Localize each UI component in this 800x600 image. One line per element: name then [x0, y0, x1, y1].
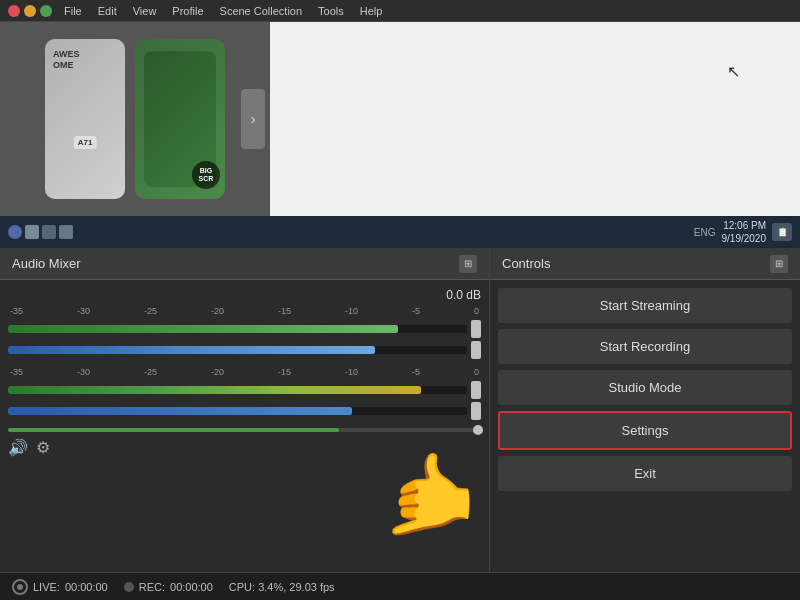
meter-scale-bottom: -35 -30 -25 -20 -15 -10 -5 0 — [8, 367, 481, 377]
rec-time: 00:00:00 — [170, 581, 213, 593]
audio-gear-icon[interactable]: ⚙ — [36, 438, 50, 457]
menu-help[interactable]: Help — [356, 3, 387, 19]
taskbar: ENG 12:06 PM 9/19/2020 📋 — [0, 216, 800, 248]
meter-row-4 — [8, 402, 481, 420]
meter-fill-4 — [8, 407, 352, 415]
live-status: LIVE: 00:00:00 — [12, 579, 108, 595]
controls-panel: Controls ⊞ Start Streaming Start Recordi… — [490, 248, 800, 572]
meter-scale-top: -35 -30 -25 -20 -15 -10 -5 0 — [8, 306, 481, 316]
slider-fill — [8, 428, 339, 432]
rec-label: REC: — [139, 581, 165, 593]
meter-fill-1 — [8, 325, 398, 333]
preview-container: AWESOME A71 BIGSCR › ↖ — [0, 22, 800, 216]
meter-thumb-3[interactable] — [471, 381, 481, 399]
volume-slider-track[interactable] — [8, 428, 481, 432]
taskbar-clock: 12:06 PM 9/19/2020 — [722, 219, 767, 245]
hand-cursor-overlay: 🤙 — [379, 448, 479, 542]
phone1-model: A71 — [74, 136, 97, 149]
meter-thumb-1[interactable] — [471, 320, 481, 338]
preview-canvas: ↖ — [270, 22, 800, 216]
preview-left: AWESOME A71 BIGSCR › — [0, 22, 270, 216]
meter-bar-2 — [8, 346, 467, 354]
panels-row: Audio Mixer ⊞ 0.0 dB -35 -30 -25 -20 -15… — [0, 248, 800, 572]
menu-scene[interactable]: Scene Collection — [216, 3, 307, 19]
cursor-indicator: ↖ — [727, 62, 740, 81]
cpu-label: CPU: 3.4%, 29.03 fps — [229, 581, 335, 593]
close-btn[interactable] — [8, 5, 20, 17]
taskbar-lang: ENG — [694, 227, 716, 238]
obs-top-bar: File Edit View Profile Scene Collection … — [0, 0, 800, 22]
maximize-btn[interactable] — [40, 5, 52, 17]
rec-dot — [124, 582, 134, 592]
cpu-status: CPU: 3.4%, 29.03 fps — [229, 581, 335, 593]
meter-fill-2 — [8, 346, 375, 354]
phone2: BIGSCR — [135, 39, 225, 199]
controls-content: Start Streaming Start Recording Studio M… — [490, 280, 800, 572]
status-bar: LIVE: 00:00:00 REC: 00:00:00 CPU: 3.4%, … — [0, 572, 800, 600]
window-controls[interactable] — [8, 5, 52, 17]
speaker-icon[interactable]: 🔊 — [8, 438, 28, 457]
live-icon — [12, 579, 28, 595]
controls-header: Controls ⊞ — [490, 248, 800, 280]
meter-thumb-2[interactable] — [471, 341, 481, 359]
exit-btn[interactable]: Exit — [498, 456, 792, 491]
menu-tools[interactable]: Tools — [314, 3, 348, 19]
menu-file[interactable]: File — [60, 3, 86, 19]
menu-view[interactable]: View — [129, 3, 161, 19]
meter-fill-3 — [8, 386, 421, 394]
volume-slider-row — [8, 428, 481, 432]
live-label: LIVE: — [33, 581, 60, 593]
meter-thumb-4[interactable] — [471, 402, 481, 420]
meter-row-1 — [8, 320, 481, 338]
minimize-btn[interactable] — [24, 5, 36, 17]
audio-mixer-content: 0.0 dB -35 -30 -25 -20 -15 -10 -5 0 — [0, 280, 489, 572]
preview-arrow-btn[interactable]: › — [241, 89, 265, 149]
phone1: AWESOME A71 — [45, 39, 125, 199]
audio-mixer-header: Audio Mixer ⊞ — [0, 248, 489, 280]
menu-edit[interactable]: Edit — [94, 3, 121, 19]
meter-bar-4 — [8, 407, 467, 415]
audio-mixer-title: Audio Mixer — [12, 256, 81, 271]
audio-controls-row: 🔊 ⚙ — [8, 438, 481, 457]
meter-row-3 — [8, 381, 481, 399]
db-value: 0.0 dB — [8, 288, 481, 302]
phone1-label: AWESOME — [53, 49, 80, 71]
start-streaming-btn[interactable]: Start Streaming — [498, 288, 792, 323]
slider-handle[interactable] — [473, 425, 483, 435]
settings-btn[interactable]: Settings — [498, 411, 792, 450]
controls-expand-btn[interactable]: ⊞ — [770, 255, 788, 273]
audio-mixer-panel: Audio Mixer ⊞ 0.0 dB -35 -30 -25 -20 -15… — [0, 248, 490, 572]
taskbar-notification[interactable]: 📋 — [772, 223, 792, 241]
meter-row-2 — [8, 341, 481, 359]
menu-profile[interactable]: Profile — [168, 3, 207, 19]
audio-mixer-expand-btn[interactable]: ⊞ — [459, 255, 477, 273]
phone-container: AWESOME A71 BIGSCR — [35, 29, 235, 209]
phone2-badge: BIGSCR — [192, 161, 220, 189]
taskbar-icons: ENG 12:06 PM 9/19/2020 📋 — [694, 219, 792, 245]
rec-status: REC: 00:00:00 — [124, 581, 213, 593]
controls-title: Controls — [502, 256, 550, 271]
meter-bar-1 — [8, 325, 467, 333]
preview-area: AWESOME A71 BIGSCR › ↖ — [0, 22, 800, 248]
meter-bar-3 — [8, 386, 467, 394]
studio-mode-btn[interactable]: Studio Mode — [498, 370, 792, 405]
live-time: 00:00:00 — [65, 581, 108, 593]
start-recording-btn[interactable]: Start Recording — [498, 329, 792, 364]
